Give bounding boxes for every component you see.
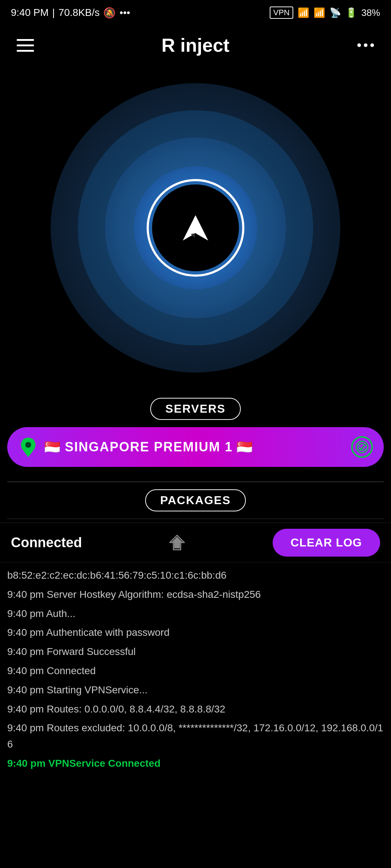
status-left: 9:40 PM | 70.8KB/s 🔕 ••• (11, 7, 130, 19)
battery-icon: 🔋 (345, 7, 357, 18)
svg-marker-5 (22, 448, 35, 457)
divider-top (7, 481, 384, 482)
log-line: 9:40 pm Starting VPNService... (7, 681, 384, 700)
log-line: b8:52:e2:c2:ec:dc:b6:41:56:79:c5:10:c1:6… (7, 566, 384, 585)
clear-log-button[interactable]: CLEAR LOG (273, 529, 380, 557)
vpn-badge: VPN (270, 7, 293, 19)
svg-point-4 (25, 442, 31, 448)
dot3 (370, 43, 374, 47)
server-check-icon (351, 436, 373, 458)
signal-icon2: 📶 (314, 7, 325, 18)
battery-percent: 38% (361, 7, 380, 18)
top-bar: R inject (0, 25, 391, 65)
hamburger-line1 (17, 39, 34, 41)
server-left: 🇸🇬 SINGAPORE PREMIUM 1 🇸🇬 (18, 437, 253, 457)
log-line: 9:40 pm VPNService Connected (7, 754, 384, 773)
servers-label: SERVERS (150, 398, 241, 420)
signal-icon: 📶 (298, 7, 309, 18)
map-pin-icon (18, 437, 38, 457)
server-flag-left: 🇸🇬 (44, 439, 61, 455)
divider-bottom (7, 519, 384, 519)
servers-label-wrapper: SERVERS (7, 398, 384, 420)
server-flag-right: 🇸🇬 (236, 439, 253, 455)
hamburger-menu-button[interactable] (14, 34, 36, 56)
log-line: 9:40 pm Authenticate with password (7, 623, 384, 642)
log-line: 9:40 pm Routes: 0.0.0.0/0, 8.8.4.4/32, 8… (7, 700, 384, 719)
connected-bar: Connected CLEAR LOG (0, 523, 391, 562)
download-icon (166, 532, 188, 553)
log-line: 9:40 pm Connected (7, 661, 384, 681)
status-bar: 9:40 PM | 70.8KB/s 🔕 ••• VPN 📶 📶 📡 🔋 38% (0, 0, 391, 25)
connected-status: Connected (11, 535, 82, 550)
log-line: 9:40 pm Server Hostkey Algorithm: ecdsa-… (7, 585, 384, 604)
checkmark-icon (356, 441, 369, 454)
more-options-button[interactable] (355, 34, 377, 56)
server-name: 🇸🇬 SINGAPORE PREMIUM 1 🇸🇬 (44, 439, 253, 455)
log-line: 9:40 pm Routes excluded: 10.0.0.0/8, ***… (7, 719, 384, 754)
status-speed-value: 70.8KB/s (59, 7, 100, 18)
app-title: R inject (161, 34, 230, 56)
download-arrow-icon (166, 532, 188, 553)
hamburger-line3 (17, 50, 34, 52)
packages-section: PACKAGES (0, 481, 391, 519)
dot2 (364, 43, 367, 47)
hamburger-line2 (17, 44, 34, 46)
status-time: 9:40 PM (11, 7, 49, 18)
status-speed: | (52, 7, 55, 18)
radar-section (0, 65, 391, 391)
status-right: VPN 📶 📶 📡 🔋 38% (270, 7, 380, 19)
mute-icon: 🔕 (103, 7, 116, 19)
vpn-arrow-icon (179, 212, 212, 244)
server-item[interactable]: 🇸🇬 SINGAPORE PREMIUM 1 🇸🇬 (7, 427, 384, 467)
log-line: 9:40 pm Forward Successful (7, 642, 384, 661)
svg-point-6 (356, 441, 368, 453)
wifi-icon: 📡 (329, 7, 341, 18)
packages-label-wrapper: PACKAGES (7, 489, 384, 511)
log-line: 9:40 pm Auth... (7, 604, 384, 624)
radar-container (51, 83, 340, 373)
log-section: b8:52:e2:c2:ec:dc:b6:41:56:79:c5:10:c1:6… (0, 562, 391, 788)
packages-label: PACKAGES (145, 489, 246, 511)
dot1 (357, 43, 361, 47)
connect-button[interactable] (152, 184, 239, 271)
servers-section: SERVERS 🇸🇬 SINGAPORE PREMIUM 1 🇸🇬 (0, 398, 391, 478)
status-dots: ••• (119, 7, 130, 18)
server-pin-wrapper (18, 437, 38, 457)
server-name-text: SINGAPORE PREMIUM 1 (65, 439, 233, 455)
